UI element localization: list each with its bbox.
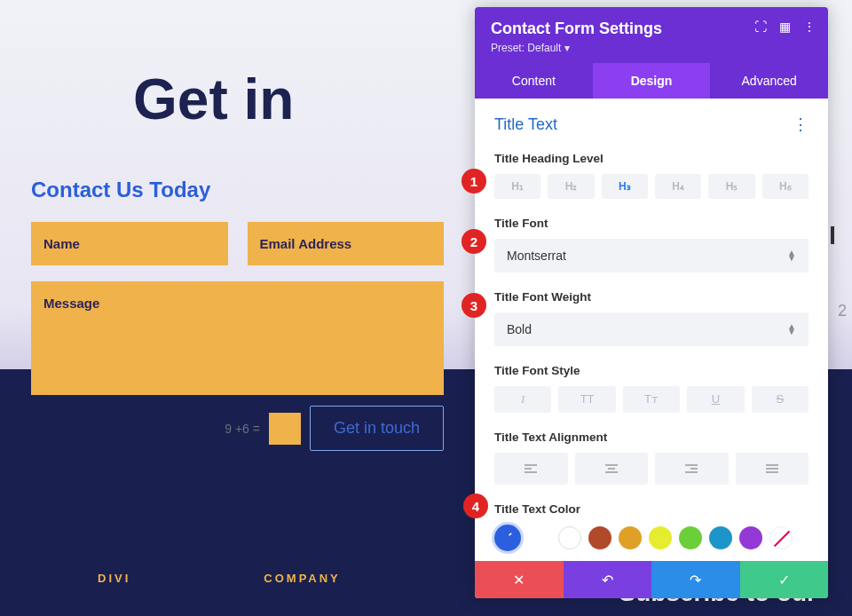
panel-actions: ✕ ↶ ↷ ✓ — [475, 561, 828, 598]
font-label: Title Font — [494, 217, 809, 230]
color-brown[interactable] — [588, 526, 611, 549]
color-purple[interactable] — [739, 526, 762, 549]
style-label: Title Font Style — [494, 364, 809, 377]
weight-select[interactable]: Bold ▲▼ — [494, 312, 809, 346]
select-arrows-icon: ▲▼ — [787, 324, 796, 335]
panel-preset[interactable]: Preset: Default ▾ — [491, 42, 812, 54]
color-orange[interactable] — [619, 526, 642, 549]
color-blue[interactable] — [709, 526, 732, 549]
font-select[interactable]: Montserrat ▲▼ — [494, 239, 809, 272]
heading-level-buttons: H₁ H₂ H₃ H₄ H₅ H₆ — [494, 174, 809, 199]
color-white[interactable] — [558, 526, 581, 549]
heading-h1[interactable]: H₁ — [494, 174, 540, 199]
redo-button[interactable]: ↷ — [651, 561, 740, 598]
style-uppercase[interactable]: TT — [558, 386, 615, 413]
weight-label: Title Font Weight — [494, 290, 809, 304]
weight-value: Bold — [507, 322, 532, 336]
page-title: Get in — [133, 67, 294, 132]
align-right[interactable] — [655, 453, 729, 485]
color-label: Title Text Color — [494, 502, 809, 516]
heading-h6[interactable]: H₆ — [762, 174, 809, 199]
annotation-3: 3 — [462, 293, 486, 318]
eyedropper-icon — [501, 532, 514, 544]
color-picker-button[interactable] — [494, 525, 521, 551]
color-swatches — [494, 525, 809, 551]
contact-heading: Contact Us Today — [31, 178, 444, 202]
name-field[interactable]: Name — [31, 222, 228, 265]
tab-design[interactable]: Design — [593, 63, 711, 99]
heading-h3[interactable]: H₃ — [602, 174, 648, 199]
panel-header: Contact Form Settings Preset: Default ▾ … — [475, 7, 828, 63]
heading-h4[interactable]: H₄ — [655, 174, 701, 199]
save-button[interactable]: ✓ — [740, 561, 829, 598]
color-green[interactable] — [679, 526, 702, 549]
side-number: 2 — [838, 302, 847, 320]
undo-button[interactable]: ↶ — [564, 561, 652, 598]
submit-button[interactable]: Get in touch — [310, 406, 444, 451]
message-field[interactable]: Message — [31, 281, 444, 395]
section-menu-icon[interactable]: ⋮ — [793, 115, 809, 134]
style-buttons: I TT Tᴛ U S — [494, 386, 809, 413]
color-black[interactable] — [528, 526, 551, 549]
section-title[interactable]: Title Text — [494, 115, 557, 134]
style-italic[interactable]: I — [494, 386, 551, 413]
panel-tabs: Content Design Advanced — [475, 63, 828, 99]
email-field[interactable]: Email Address — [248, 222, 445, 265]
footer-col-company[interactable]: COMPANY — [264, 572, 340, 585]
panel-body: Title Text ⋮ Title Heading Level H₁ H₂ H… — [475, 99, 828, 561]
tab-content[interactable]: Content — [475, 63, 593, 99]
contact-form: Contact Us Today Name Email Address Mess… — [31, 178, 444, 451]
style-strike[interactable]: S — [752, 386, 809, 413]
align-left[interactable] — [494, 453, 568, 485]
captcha-input[interactable] — [269, 413, 301, 445]
more-icon[interactable]: ⋮ — [803, 20, 816, 34]
footer-col-divi[interactable]: DIVI — [98, 572, 130, 585]
heading-level-label: Title Heading Level — [494, 152, 809, 165]
heading-h5[interactable]: H₅ — [708, 174, 754, 199]
style-underline[interactable]: U — [687, 386, 744, 413]
annotation-2: 2 — [462, 229, 486, 254]
align-center[interactable] — [575, 453, 649, 485]
heading-h2[interactable]: H₂ — [548, 174, 594, 199]
scrollbar-thumb[interactable] — [831, 226, 834, 244]
alignment-label: Title Text Alignment — [494, 430, 809, 444]
color-yellow[interactable] — [649, 526, 672, 549]
style-capitalize[interactable]: Tᴛ — [623, 386, 680, 413]
align-buttons — [494, 453, 809, 485]
preview-icon[interactable]: ⛶ — [754, 20, 767, 34]
cancel-button[interactable]: ✕ — [475, 561, 564, 598]
font-value: Montserrat — [507, 249, 566, 263]
align-justify[interactable] — [736, 453, 809, 485]
captcha-label: 9 +6 = — [225, 422, 260, 436]
select-arrows-icon: ▲▼ — [787, 250, 796, 261]
grid-icon[interactable]: ▦ — [779, 20, 791, 34]
annotation-1: 1 — [462, 169, 486, 193]
settings-panel: Contact Form Settings Preset: Default ▾ … — [475, 7, 828, 598]
annotation-4: 4 — [463, 494, 488, 518]
tab-advanced[interactable]: Advanced — [710, 63, 828, 99]
color-none[interactable] — [769, 526, 793, 549]
